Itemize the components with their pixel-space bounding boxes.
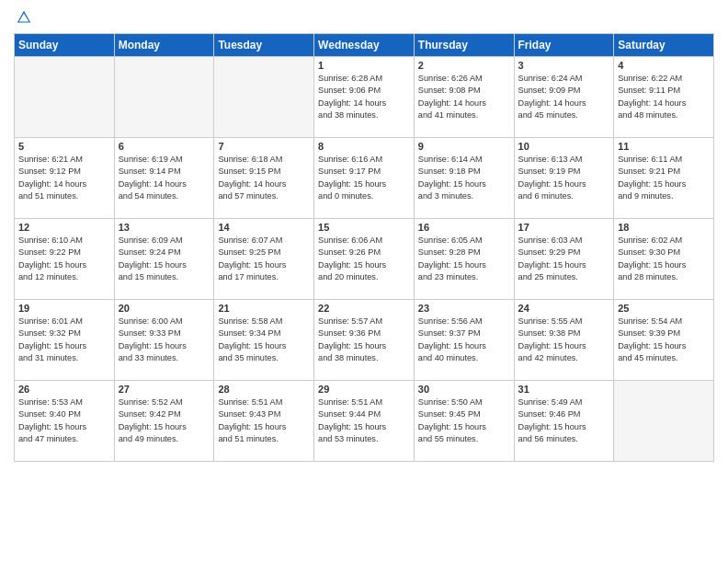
- day-cell: 29Sunrise: 5:51 AM Sunset: 9:44 PM Dayli…: [314, 381, 415, 462]
- day-number: 18: [618, 222, 710, 233]
- week-row-1: 1Sunrise: 6:28 AM Sunset: 9:06 PM Daylig…: [15, 57, 714, 138]
- day-number: 6: [119, 141, 210, 152]
- day-detail: Sunrise: 6:26 AM Sunset: 9:08 PM Dayligh…: [418, 73, 510, 121]
- day-detail: Sunrise: 6:28 AM Sunset: 9:06 PM Dayligh…: [318, 73, 410, 121]
- day-number: 1: [318, 60, 410, 71]
- day-detail: Sunrise: 5:56 AM Sunset: 9:37 PM Dayligh…: [418, 316, 510, 364]
- day-detail: Sunrise: 5:55 AM Sunset: 9:38 PM Dayligh…: [518, 316, 610, 364]
- logo-icon: [16, 9, 32, 26]
- day-detail: Sunrise: 6:22 AM Sunset: 9:11 PM Dayligh…: [618, 73, 710, 121]
- day-detail: Sunrise: 5:49 AM Sunset: 9:46 PM Dayligh…: [518, 396, 610, 445]
- day-number: 5: [18, 141, 110, 152]
- day-cell: 18Sunrise: 6:02 AM Sunset: 9:30 PM Dayli…: [614, 219, 714, 300]
- day-detail: Sunrise: 6:14 AM Sunset: 9:18 PM Dayligh…: [418, 154, 510, 202]
- day-cell: 3Sunrise: 6:24 AM Sunset: 9:09 PM Daylig…: [514, 57, 614, 138]
- page: SundayMondayTuesdayWednesdayThursdayFrid…: [0, 0, 728, 563]
- day-number: 24: [518, 303, 610, 314]
- day-number: 13: [119, 222, 210, 233]
- day-cell: 5Sunrise: 6:21 AM Sunset: 9:12 PM Daylig…: [15, 138, 115, 219]
- day-detail: Sunrise: 6:19 AM Sunset: 9:14 PM Dayligh…: [119, 154, 210, 202]
- day-cell: 21Sunrise: 5:58 AM Sunset: 9:34 PM Dayli…: [214, 300, 314, 381]
- day-number: 22: [318, 303, 410, 314]
- day-number: 17: [518, 222, 610, 233]
- day-number: 25: [618, 303, 710, 314]
- day-cell: 20Sunrise: 6:00 AM Sunset: 9:33 PM Dayli…: [114, 300, 214, 381]
- day-cell: 10Sunrise: 6:13 AM Sunset: 9:19 PM Dayli…: [514, 138, 614, 219]
- day-number: 29: [318, 384, 410, 395]
- day-number: 8: [318, 141, 410, 152]
- column-header-monday: Monday: [114, 34, 214, 57]
- header: [14, 9, 714, 26]
- day-number: 14: [218, 222, 310, 233]
- day-detail: Sunrise: 5:52 AM Sunset: 9:42 PM Dayligh…: [119, 396, 210, 445]
- day-number: 4: [618, 60, 710, 71]
- column-header-tuesday: Tuesday: [214, 34, 314, 57]
- day-detail: Sunrise: 5:51 AM Sunset: 9:43 PM Dayligh…: [218, 396, 310, 445]
- day-cell: 9Sunrise: 6:14 AM Sunset: 9:18 PM Daylig…: [414, 138, 514, 219]
- day-detail: Sunrise: 5:53 AM Sunset: 9:40 PM Dayligh…: [18, 396, 110, 445]
- day-number: 31: [518, 384, 610, 395]
- day-detail: Sunrise: 6:18 AM Sunset: 9:15 PM Dayligh…: [218, 154, 310, 202]
- day-number: 11: [618, 141, 710, 152]
- day-cell: 22Sunrise: 5:57 AM Sunset: 9:36 PM Dayli…: [314, 300, 415, 381]
- day-cell: 1Sunrise: 6:28 AM Sunset: 9:06 PM Daylig…: [314, 57, 415, 138]
- day-detail: Sunrise: 6:00 AM Sunset: 9:33 PM Dayligh…: [119, 316, 210, 364]
- column-header-saturday: Saturday: [614, 34, 714, 57]
- week-row-4: 19Sunrise: 6:01 AM Sunset: 9:32 PM Dayli…: [15, 300, 714, 381]
- week-row-5: 26Sunrise: 5:53 AM Sunset: 9:40 PM Dayli…: [15, 381, 714, 462]
- day-number: 27: [119, 384, 210, 395]
- day-cell: 19Sunrise: 6:01 AM Sunset: 9:32 PM Dayli…: [15, 300, 115, 381]
- day-number: 26: [18, 384, 110, 395]
- day-number: 12: [18, 222, 110, 233]
- column-header-friday: Friday: [514, 34, 614, 57]
- day-number: 21: [218, 303, 310, 314]
- day-cell: [214, 57, 314, 138]
- day-detail: Sunrise: 6:07 AM Sunset: 9:25 PM Dayligh…: [218, 235, 310, 283]
- day-cell: [114, 57, 214, 138]
- day-cell: [15, 57, 115, 138]
- day-number: 2: [418, 60, 510, 71]
- day-detail: Sunrise: 6:09 AM Sunset: 9:24 PM Dayligh…: [119, 235, 210, 283]
- day-detail: Sunrise: 5:57 AM Sunset: 9:36 PM Dayligh…: [318, 316, 410, 364]
- day-detail: Sunrise: 6:06 AM Sunset: 9:26 PM Dayligh…: [318, 235, 410, 283]
- day-number: 7: [218, 141, 310, 152]
- day-cell: 28Sunrise: 5:51 AM Sunset: 9:43 PM Dayli…: [214, 381, 314, 462]
- day-detail: Sunrise: 6:13 AM Sunset: 9:19 PM Dayligh…: [518, 154, 610, 202]
- day-detail: Sunrise: 5:51 AM Sunset: 9:44 PM Dayligh…: [318, 396, 410, 445]
- column-header-wednesday: Wednesday: [314, 34, 415, 57]
- day-cell: 12Sunrise: 6:10 AM Sunset: 9:22 PM Dayli…: [15, 219, 115, 300]
- day-detail: Sunrise: 6:03 AM Sunset: 9:29 PM Dayligh…: [518, 235, 610, 283]
- day-detail: Sunrise: 6:02 AM Sunset: 9:30 PM Dayligh…: [618, 235, 710, 283]
- day-cell: 13Sunrise: 6:09 AM Sunset: 9:24 PM Dayli…: [114, 219, 214, 300]
- day-detail: Sunrise: 6:10 AM Sunset: 9:22 PM Dayligh…: [18, 235, 110, 283]
- day-number: 19: [18, 303, 110, 314]
- header-row: SundayMondayTuesdayWednesdayThursdayFrid…: [15, 34, 714, 57]
- week-row-2: 5Sunrise: 6:21 AM Sunset: 9:12 PM Daylig…: [15, 138, 714, 219]
- day-number: 9: [418, 141, 510, 152]
- day-number: 23: [418, 303, 510, 314]
- day-cell: 6Sunrise: 6:19 AM Sunset: 9:14 PM Daylig…: [114, 138, 214, 219]
- column-header-thursday: Thursday: [414, 34, 514, 57]
- day-detail: Sunrise: 6:16 AM Sunset: 9:17 PM Dayligh…: [318, 154, 410, 202]
- day-cell: 24Sunrise: 5:55 AM Sunset: 9:38 PM Dayli…: [514, 300, 614, 381]
- day-number: 3: [518, 60, 610, 71]
- day-cell: 7Sunrise: 6:18 AM Sunset: 9:15 PM Daylig…: [214, 138, 314, 219]
- day-cell: 8Sunrise: 6:16 AM Sunset: 9:17 PM Daylig…: [314, 138, 415, 219]
- day-cell: 14Sunrise: 6:07 AM Sunset: 9:25 PM Dayli…: [214, 219, 314, 300]
- day-cell: 17Sunrise: 6:03 AM Sunset: 9:29 PM Dayli…: [514, 219, 614, 300]
- day-detail: Sunrise: 5:54 AM Sunset: 9:39 PM Dayligh…: [618, 316, 710, 364]
- day-detail: Sunrise: 6:01 AM Sunset: 9:32 PM Dayligh…: [18, 316, 110, 364]
- day-cell: 11Sunrise: 6:11 AM Sunset: 9:21 PM Dayli…: [614, 138, 714, 219]
- day-cell: 26Sunrise: 5:53 AM Sunset: 9:40 PM Dayli…: [15, 381, 115, 462]
- day-cell: 31Sunrise: 5:49 AM Sunset: 9:46 PM Dayli…: [514, 381, 614, 462]
- day-detail: Sunrise: 6:21 AM Sunset: 9:12 PM Dayligh…: [18, 154, 110, 202]
- day-detail: Sunrise: 6:11 AM Sunset: 9:21 PM Dayligh…: [618, 154, 710, 202]
- day-detail: Sunrise: 6:24 AM Sunset: 9:09 PM Dayligh…: [518, 73, 610, 121]
- day-cell: 4Sunrise: 6:22 AM Sunset: 9:11 PM Daylig…: [614, 57, 714, 138]
- day-detail: Sunrise: 6:05 AM Sunset: 9:28 PM Dayligh…: [418, 235, 510, 283]
- day-number: 15: [318, 222, 410, 233]
- day-cell: 15Sunrise: 6:06 AM Sunset: 9:26 PM Dayli…: [314, 219, 415, 300]
- day-detail: Sunrise: 5:58 AM Sunset: 9:34 PM Dayligh…: [218, 316, 310, 364]
- column-header-sunday: Sunday: [15, 34, 115, 57]
- day-cell: 30Sunrise: 5:50 AM Sunset: 9:45 PM Dayli…: [414, 381, 514, 462]
